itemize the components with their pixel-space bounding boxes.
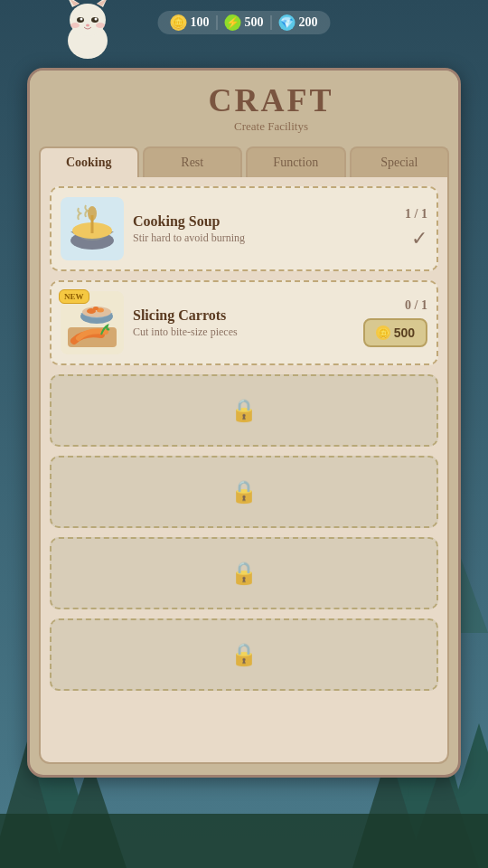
divider-2 xyxy=(271,15,272,30)
item-info-carrots: Slicing Carrots Cut into bite-size piece… xyxy=(133,307,354,339)
svg-point-29 xyxy=(96,23,105,28)
tab-cooking[interactable]: Cooking xyxy=(39,146,139,177)
gem-icon: 💎 xyxy=(279,14,296,31)
gem-value: 200 xyxy=(299,15,318,30)
craft-item-slicing-carrots[interactable]: NEW xyxy=(50,280,438,365)
lock-icon-2: 🔒 xyxy=(230,479,258,505)
resource-bar: 🪙 100 ⚡ 500 💎 200 xyxy=(158,11,331,34)
item-info-soup: Cooking Soup Stir hard to avoid burning xyxy=(133,213,396,245)
coin-value: 100 xyxy=(191,15,210,30)
item-name-soup: Cooking Soup xyxy=(133,213,396,230)
item-count-carrots: 0 / 1 xyxy=(405,298,427,313)
check-icon-soup: ✓ xyxy=(411,227,427,250)
item-status-soup: 1 / 1 ✓ xyxy=(405,207,427,250)
item-image-wrapper-carrots: NEW xyxy=(61,291,124,354)
locked-slot-1: 🔒 xyxy=(50,374,438,447)
lightning-resource: ⚡ 500 xyxy=(225,14,264,31)
svg-point-18 xyxy=(70,4,106,36)
new-badge: NEW xyxy=(59,289,89,304)
item-desc-carrots: Cut into bite-size pieces xyxy=(133,326,354,339)
locked-slot-3: 🔒 xyxy=(50,537,438,609)
craft-btn-cost: 500 xyxy=(394,326,415,340)
svg-point-26 xyxy=(95,18,98,21)
lightning-value: 500 xyxy=(245,15,264,30)
lightning-icon: ⚡ xyxy=(225,14,241,31)
divider-1 xyxy=(217,15,218,30)
svg-point-28 xyxy=(70,23,80,28)
item-count-soup: 1 / 1 xyxy=(405,207,427,222)
mascot xyxy=(54,0,122,59)
coin-icon: 🪙 xyxy=(171,14,187,31)
tab-rest[interactable]: Rest xyxy=(143,146,243,177)
craft-btn-coin-icon: 🪙 xyxy=(376,326,390,340)
lock-icon-4: 🔒 xyxy=(230,642,258,667)
item-name-carrots: Slicing Carrots xyxy=(133,307,354,324)
item-status-carrots[interactable]: 0 / 1 🪙 500 xyxy=(363,298,427,347)
svg-point-41 xyxy=(93,307,99,310)
item-image-soup xyxy=(61,197,124,260)
svg-point-25 xyxy=(80,18,83,21)
craft-button-carrots[interactable]: 🪙 500 xyxy=(363,318,427,347)
dialog-subtitle: Create Facilitys xyxy=(84,119,458,134)
svg-point-34 xyxy=(88,206,97,221)
lock-icon-1: 🔒 xyxy=(230,398,258,423)
svg-point-27 xyxy=(86,24,89,27)
coin-resource: 🪙 100 xyxy=(171,14,210,31)
locked-slot-2: 🔒 xyxy=(50,456,438,528)
craft-item-cooking-soup[interactable]: Cooking Soup Stir hard to avoid burning … xyxy=(50,186,438,271)
item-desc-soup: Stir hard to avoid burning xyxy=(133,231,396,245)
tab-special[interactable]: Special xyxy=(350,146,450,177)
tab-function[interactable]: Function xyxy=(246,146,346,177)
craft-dialog: CRAFT Create Facilitys Cooking Rest Func… xyxy=(27,68,461,778)
tabs-container: Cooking Rest Function Special xyxy=(30,146,458,177)
locked-slot-4: 🔒 xyxy=(50,618,438,691)
svg-rect-16 xyxy=(0,814,488,868)
dialog-title: CRAFT xyxy=(84,81,458,119)
gem-resource: 💎 200 xyxy=(279,14,318,31)
dialog-header: CRAFT Create Facilitys xyxy=(30,71,458,141)
lock-icon-3: 🔒 xyxy=(230,561,258,586)
content-area: Cooking Soup Stir hard to avoid burning … xyxy=(39,177,449,764)
